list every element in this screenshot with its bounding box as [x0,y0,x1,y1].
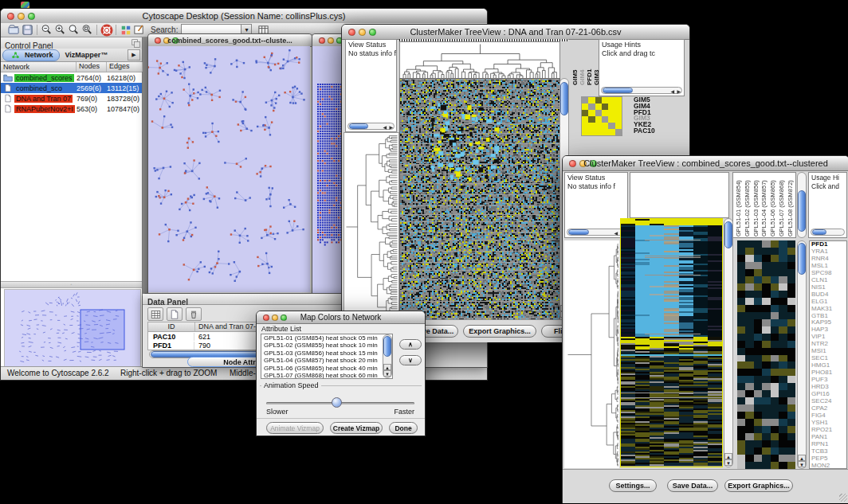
matrix-cell[interactable] [582,129,588,135]
network-view-canvas[interactable] [148,46,310,292]
matrix-cell[interactable] [595,97,602,104]
matrix-cell[interactable] [602,129,608,135]
attribute-list-vscrollbar[interactable]: ▲ ▼ [383,334,392,378]
matrix-cell[interactable] [595,123,602,129]
network-overview-thumbnail[interactable] [4,289,141,370]
tab-network[interactable]: Network [2,49,60,61]
tab-overflow-button[interactable]: ▶ [128,49,140,61]
column-header-id[interactable]: ID [148,322,195,331]
matrix-cell[interactable] [595,104,602,110]
button-export-graphics-[interactable]: Export Graphics... [463,325,536,338]
resize-grip[interactable] [839,494,847,502]
scrollbar-thumb[interactable] [798,190,806,232]
scrollbar-thumb[interactable] [724,221,732,248]
matrix-cell[interactable] [615,116,622,123]
column-header-network[interactable]: Network [1,62,77,72]
matrix-cell[interactable] [582,123,588,129]
view-status-hscrollbar[interactable]: ◀ ▶ [567,229,626,236]
tv1-column-dendrogram[interactable] [399,41,560,80]
matrix-cell[interactable] [608,123,614,129]
scroll-right-arrow-icon[interactable]: ▶ [389,123,393,132]
scroll-down-arrow-icon[interactable]: ▼ [724,459,732,466]
attribute-list-item[interactable]: GPL51-02 (GSM855) heat shock 10 min [264,342,392,349]
zoom-fit-icon[interactable] [80,24,94,37]
scrollbar-thumb[interactable] [349,123,368,129]
matrix-cell[interactable] [615,104,622,110]
matrix-cell[interactable] [602,116,608,123]
scroll-left-arrow-icon[interactable]: ◀ [383,123,387,132]
tv2-genes-vscrollbar[interactable]: ▲ ▼ [797,240,807,469]
attribute-list-item[interactable]: GPL51-04 (GSM857) heat shock 20 min [264,357,392,364]
matrix-cell[interactable] [588,104,595,110]
scroll-up-arrow-icon[interactable]: ▲ [383,364,391,370]
tv2-row-dendrogram[interactable] [564,240,619,468]
matrix-cell[interactable] [588,97,595,104]
matrix-cell[interactable] [582,110,588,116]
network-list-row[interactable]: RNAPuberNov2+I563(0)107847(0) [1,104,142,114]
button-export-graphics-[interactable]: Export Graphics... [724,479,793,492]
zoom-out-icon[interactable] [40,24,53,37]
matrix-cell[interactable] [602,104,608,110]
close-button[interactable] [319,37,325,44]
matrix-cell[interactable] [608,104,614,110]
scroll-up-arrow-icon[interactable]: ▲ [724,453,732,459]
matrix-cell[interactable] [602,123,608,129]
annotation-icon[interactable] [132,24,146,37]
new-document-icon[interactable] [167,307,183,321]
usage-hints-hscrollbar[interactable] [811,229,845,236]
vizmapper-icon[interactable] [119,24,132,37]
matrix-cell[interactable] [615,110,622,116]
network-frame-title-bar[interactable]: combined_scores_good.txt--cluste... [148,34,312,47]
move-down-button[interactable]: ∨ [399,355,422,365]
usage-hints-hscrollbar[interactable]: ◀ ▶ [601,87,682,94]
minimize-button[interactable] [328,37,334,44]
matrix-cell[interactable] [582,116,588,123]
tab-vizmapper[interactable]: VizMapper™ [60,50,114,61]
attribute-listbox[interactable]: GPL51-01 (GSM854) heat shock 05 minGPL51… [261,334,393,379]
scroll-right-arrow-icon[interactable]: ▶ [677,88,681,96]
scroll-up-arrow-icon[interactable]: ▲ [798,455,806,461]
attribute-list-item[interactable]: GPL51-01 (GSM854) heat shock 05 min [264,334,392,342]
button-animate-vizmap[interactable]: Animate Vizmap [266,422,324,434]
scrollbar-thumb[interactable] [603,88,633,93]
scrollbar-thumb[interactable] [560,82,568,115]
matrix-cell[interactable] [595,116,602,123]
attribute-list-item[interactable]: GPL51-07 (GSM868) heat shock 60 min [264,372,392,379]
matrix-cell[interactable] [595,110,602,116]
tv2-detail-heatmap[interactable] [737,240,795,469]
matrix-cell[interactable] [582,97,588,104]
matrix-cell[interactable] [615,97,622,104]
dialog-title-bar[interactable]: Map Colors to Network [257,311,425,324]
attribute-grid-icon[interactable] [147,307,163,321]
button-save-data-[interactable]: Save Data... [667,479,718,492]
column-header-nodes[interactable]: Nodes [77,62,107,72]
scroll-down-arrow-icon[interactable]: ▼ [383,370,391,377]
matrix-cell[interactable] [615,129,622,135]
tv1-detail-matrix[interactable] [581,96,622,136]
scroll-left-arrow-icon[interactable]: ◀ [670,88,674,96]
tv1-heatmap[interactable] [399,78,560,321]
zoom-selected-icon[interactable] [67,24,80,37]
matrix-cell[interactable] [588,110,595,116]
matrix-cell[interactable] [582,104,588,110]
matrix-cell[interactable] [602,110,608,116]
scroll-left-arrow-icon[interactable]: ◀ [614,229,618,238]
panel-divider[interactable]: ◦ [1,281,142,288]
button-create-vizmap[interactable]: Create Vizmap [330,422,383,434]
zoom-in-icon[interactable] [53,24,67,37]
scrollbar-thumb[interactable] [568,229,589,235]
button-settings-[interactable]: Settings... [609,479,657,492]
attribute-list-item[interactable]: GPL51-03 (GSM856) heat shock 15 min [264,350,392,357]
float-panel-icon[interactable] [131,38,140,48]
help-lifesaver-icon[interactable] [100,24,113,37]
main-title-bar[interactable]: Cytoscape Desktop (Session Name: collins… [1,9,487,24]
matrix-cell[interactable] [595,129,602,135]
scrollbar-thumb[interactable] [383,336,391,357]
scrollbar-thumb[interactable] [812,229,826,235]
matrix-cell[interactable] [608,129,614,135]
delete-trash-icon[interactable] [186,307,202,321]
matrix-cell[interactable] [608,116,614,123]
column-header-edges[interactable]: Edges [107,62,143,72]
attribute-list-item[interactable]: GPL51-06 (GSM865) heat shock 40 min [264,365,392,372]
matrix-cell[interactable] [588,116,595,123]
